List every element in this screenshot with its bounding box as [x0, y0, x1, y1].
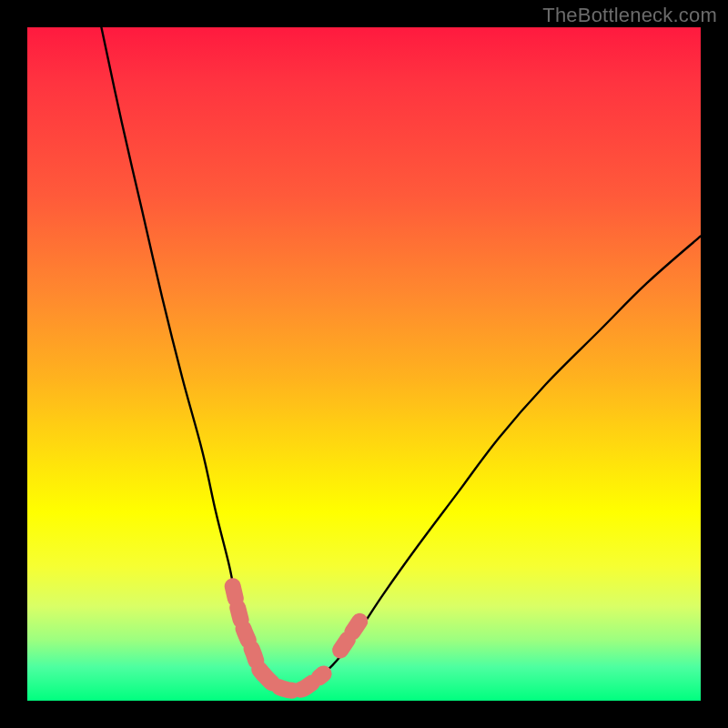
- left-salmon-segment: [233, 586, 263, 673]
- chart-frame: TheBottleneck.com: [0, 0, 728, 728]
- curve-layer: [27, 27, 701, 701]
- main-curve: [101, 27, 701, 691]
- watermark-text: TheBottleneck.com: [542, 4, 717, 27]
- plot-area: [27, 27, 701, 701]
- right-salmon-segment: [340, 620, 360, 650]
- highlight-segments: [233, 586, 361, 691]
- bottleneck-curve: [101, 27, 701, 691]
- valley-salmon-segment: [263, 673, 324, 691]
